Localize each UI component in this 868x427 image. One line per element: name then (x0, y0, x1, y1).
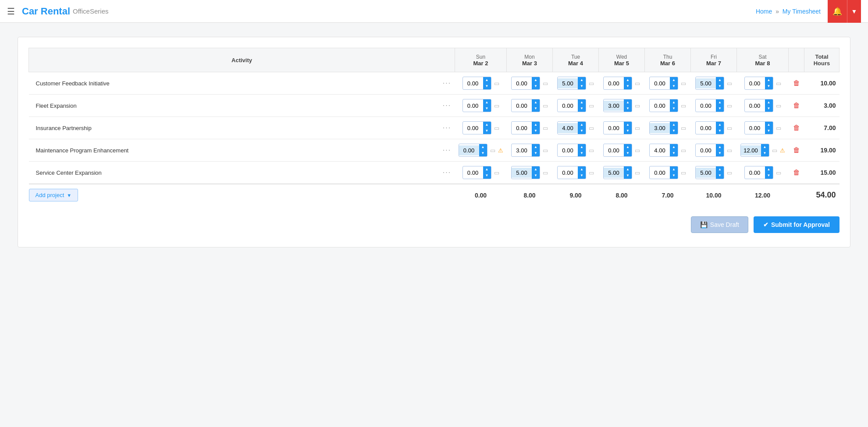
delete-row-button[interactable]: 🗑 (793, 79, 800, 87)
hours-down-r0-d0[interactable]: ▼ (483, 83, 491, 89)
hamburger-icon[interactable]: ☰ (7, 6, 15, 17)
hours-input-r1-d2[interactable] (558, 101, 578, 111)
hours-input-r2-d5[interactable] (696, 123, 716, 133)
hours-up-r4-d4[interactable]: ▲ (670, 166, 678, 173)
save-draft-button[interactable]: 💾 Save Draft (691, 216, 748, 233)
hours-down-r2-d2[interactable]: ▼ (578, 128, 586, 134)
hours-up-r1-d6[interactable]: ▲ (765, 99, 773, 106)
hours-down-r0-d6[interactable]: ▼ (765, 83, 773, 89)
hours-down-r0-d1[interactable]: ▼ (532, 83, 540, 89)
hours-input-r1-d6[interactable] (745, 101, 765, 111)
hours-down-r1-d6[interactable]: ▼ (765, 106, 773, 112)
hours-input-r0-d0[interactable] (463, 78, 483, 88)
hours-up-r2-d5[interactable]: ▲ (716, 122, 724, 128)
note-icon[interactable]: ▭ (681, 147, 686, 154)
user-dropdown-button[interactable]: ▼ (847, 0, 861, 23)
hours-input-r2-d2[interactable] (558, 123, 578, 133)
note-icon[interactable]: ▭ (494, 80, 499, 87)
hours-up-r3-d5[interactable]: ▲ (716, 144, 724, 150)
note-icon[interactable]: ▭ (494, 102, 499, 109)
hours-input-r1-d0[interactable] (463, 101, 483, 111)
hours-up-r1-d5[interactable]: ▲ (716, 99, 724, 106)
hours-down-r0-d4[interactable]: ▼ (670, 83, 678, 89)
hours-up-r3-d6[interactable]: ▲ (761, 144, 769, 150)
activity-menu-button[interactable]: ··· (439, 162, 455, 184)
note-icon[interactable]: ▭ (589, 80, 594, 87)
hours-down-r0-d5[interactable]: ▼ (716, 83, 724, 89)
hours-input-r0-d3[interactable] (604, 78, 624, 88)
hours-up-r4-d1[interactable]: ▲ (532, 166, 540, 173)
hours-down-r1-d4[interactable]: ▼ (670, 106, 678, 112)
notification-bell-button[interactable]: 🔔 (828, 0, 847, 23)
hours-input-r0-d2[interactable] (558, 78, 578, 88)
note-icon[interactable]: ▭ (543, 147, 548, 154)
hours-input-r4-d0[interactable] (463, 168, 483, 178)
hours-down-r3-d6[interactable]: ▼ (761, 150, 769, 156)
note-icon[interactable]: ▭ (776, 125, 781, 131)
hours-up-r2-d2[interactable]: ▲ (578, 122, 586, 128)
hours-down-r2-d3[interactable]: ▼ (624, 128, 632, 134)
hours-down-r0-d2[interactable]: ▼ (578, 83, 586, 89)
activity-menu-button[interactable]: ··· (439, 95, 455, 117)
delete-row-button[interactable]: 🗑 (793, 146, 800, 154)
hours-up-r2-d1[interactable]: ▲ (532, 122, 540, 128)
delete-row-button[interactable]: 🗑 (793, 124, 800, 132)
hours-down-r4-d2[interactable]: ▼ (578, 173, 586, 179)
hours-down-r4-d6[interactable]: ▼ (765, 173, 773, 179)
note-icon[interactable]: ▭ (727, 80, 732, 87)
note-icon[interactable]: ▭ (776, 169, 781, 176)
hours-up-r0-d4[interactable]: ▲ (670, 77, 678, 83)
hours-up-r0-d1[interactable]: ▲ (532, 77, 540, 83)
hours-down-r4-d3[interactable]: ▼ (624, 173, 632, 179)
hours-down-r2-d4[interactable]: ▼ (670, 128, 678, 134)
hours-up-r4-d2[interactable]: ▲ (578, 166, 586, 173)
hours-down-r1-d1[interactable]: ▼ (532, 106, 540, 112)
note-icon[interactable]: ▭ (635, 169, 640, 176)
hours-up-r0-d5[interactable]: ▲ (716, 77, 724, 83)
note-icon[interactable]: ▭ (589, 147, 594, 154)
note-icon[interactable]: ▭ (772, 147, 777, 154)
note-icon[interactable]: ▭ (589, 125, 594, 131)
hours-down-r3-d3[interactable]: ▼ (624, 150, 632, 156)
hours-input-r3-d4[interactable] (650, 145, 670, 155)
note-icon[interactable]: ▭ (635, 125, 640, 131)
hours-down-r3-d4[interactable]: ▼ (670, 150, 678, 156)
hours-up-r2-d0[interactable]: ▲ (483, 122, 491, 128)
hours-down-r3-d5[interactable]: ▼ (716, 150, 724, 156)
note-icon[interactable]: ▭ (635, 102, 640, 109)
note-icon[interactable]: ▭ (727, 102, 732, 109)
submit-approval-button[interactable]: ✔ Submit for Approval (754, 216, 840, 233)
hours-up-r3-d4[interactable]: ▲ (670, 144, 678, 150)
hours-up-r0-d2[interactable]: ▲ (578, 77, 586, 83)
hours-input-r3-d0[interactable] (459, 145, 479, 155)
activity-menu-button[interactable]: ··· (439, 117, 455, 139)
hours-input-r1-d3[interactable] (604, 101, 624, 111)
hours-down-r4-d5[interactable]: ▼ (716, 173, 724, 179)
hours-input-r3-d2[interactable] (558, 145, 578, 155)
note-icon[interactable]: ▭ (635, 147, 640, 154)
delete-row-button[interactable]: 🗑 (793, 169, 800, 176)
hours-down-r3-d0[interactable]: ▼ (479, 150, 487, 156)
breadcrumb-current[interactable]: My Timesheet (783, 8, 821, 15)
delete-row-button[interactable]: 🗑 (793, 102, 800, 109)
hours-up-r2-d4[interactable]: ▲ (670, 122, 678, 128)
hours-input-r2-d6[interactable] (745, 123, 765, 133)
hours-down-r4-d1[interactable]: ▼ (532, 173, 540, 179)
note-icon[interactable]: ▭ (727, 169, 732, 176)
hours-up-r4-d6[interactable]: ▲ (765, 166, 773, 173)
hours-input-r3-d3[interactable] (604, 145, 624, 155)
hours-input-r2-d4[interactable] (650, 123, 670, 133)
note-icon[interactable]: ▭ (494, 169, 499, 176)
hours-down-r4-d4[interactable]: ▼ (670, 173, 678, 179)
note-icon[interactable]: ▭ (727, 147, 732, 154)
note-icon[interactable]: ▭ (543, 169, 548, 176)
hours-up-r1-d2[interactable]: ▲ (578, 99, 586, 106)
note-icon[interactable]: ▭ (589, 169, 594, 176)
note-icon[interactable]: ▭ (727, 125, 732, 131)
hours-down-r1-d5[interactable]: ▼ (716, 106, 724, 112)
hours-input-r4-d5[interactable] (696, 168, 716, 178)
hours-input-r2-d0[interactable] (463, 123, 483, 133)
note-icon[interactable]: ▭ (681, 102, 686, 109)
note-icon[interactable]: ▭ (543, 80, 548, 87)
hours-up-r4-d3[interactable]: ▲ (624, 166, 632, 173)
